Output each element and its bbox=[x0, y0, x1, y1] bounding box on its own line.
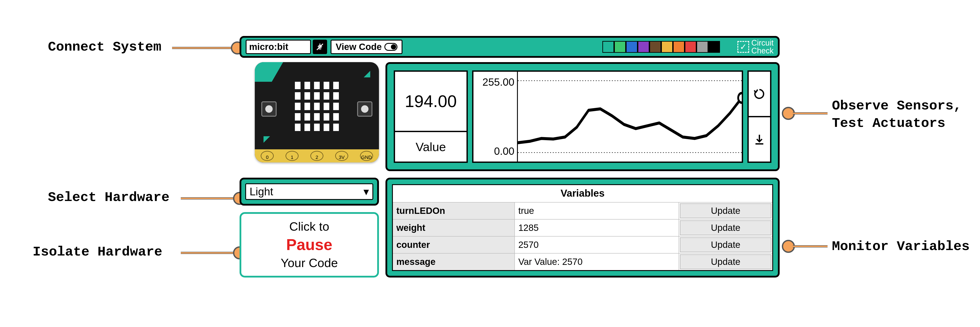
button-a-marker-icon bbox=[264, 136, 270, 143]
hardware-select-panel: Light ▾ bbox=[240, 178, 379, 206]
color-swatch[interactable] bbox=[638, 41, 649, 53]
chevron-down-icon: ▾ bbox=[363, 185, 369, 198]
led-pixel bbox=[324, 82, 329, 89]
variable-name: message bbox=[393, 254, 515, 270]
led-pixel bbox=[324, 124, 329, 131]
update-button[interactable]: Update bbox=[680, 203, 772, 218]
variable-row: messageVar Value: 2570Update bbox=[393, 253, 772, 270]
variable-row: weight1285Update bbox=[393, 219, 772, 236]
pause-line-1: Click to bbox=[289, 219, 329, 234]
button-b-marker-icon bbox=[364, 71, 370, 77]
sensor-value-label: Value bbox=[395, 132, 466, 161]
led-pixel bbox=[314, 113, 320, 121]
device-select[interactable]: micro:bit bbox=[246, 40, 311, 54]
color-swatch[interactable] bbox=[614, 41, 626, 53]
update-button[interactable]: Update bbox=[680, 254, 772, 269]
edge-connector: 0123VGND bbox=[255, 149, 379, 163]
checkmark-icon: ✓ bbox=[737, 41, 749, 53]
button-b[interactable] bbox=[357, 101, 372, 116]
pin-0[interactable]: 0 bbox=[261, 151, 274, 161]
led-pixel bbox=[333, 92, 339, 100]
led-pixel bbox=[314, 92, 320, 100]
led-pixel bbox=[314, 124, 320, 131]
download-chart-button[interactable] bbox=[749, 117, 770, 161]
led-pixel bbox=[324, 92, 329, 100]
pin-1[interactable]: 1 bbox=[285, 151, 299, 161]
led-pixel bbox=[324, 113, 329, 121]
hardware-select[interactable]: Light ▾ bbox=[245, 183, 373, 200]
pin-GND[interactable]: GND bbox=[360, 151, 373, 161]
variable-value-input[interactable]: true bbox=[515, 203, 679, 219]
led-pixel bbox=[295, 92, 301, 100]
color-swatch[interactable] bbox=[708, 41, 720, 53]
view-code-label: View Code bbox=[336, 41, 382, 52]
device-select-value: micro:bit bbox=[249, 41, 288, 52]
color-swatch[interactable] bbox=[673, 41, 685, 53]
y-axis-min: 0.00 bbox=[494, 145, 514, 157]
usb-disconnect-icon[interactable] bbox=[313, 40, 327, 54]
callout-line bbox=[181, 197, 235, 199]
color-swatch[interactable] bbox=[626, 41, 638, 53]
callout-line bbox=[172, 47, 233, 49]
update-button[interactable]: Update bbox=[680, 220, 772, 235]
led-pixel bbox=[333, 82, 339, 89]
variable-value-input[interactable]: Var Value: 2570 bbox=[515, 254, 679, 270]
pause-code-button[interactable]: Click to Pause Your Code bbox=[240, 212, 379, 278]
color-swatch[interactable] bbox=[697, 41, 708, 53]
color-swatch[interactable] bbox=[649, 41, 661, 53]
sensor-panel: 194.00 Value 255.00 0.00 bbox=[385, 62, 780, 171]
color-swatch[interactable] bbox=[661, 41, 673, 53]
chart-plot-area bbox=[517, 72, 742, 161]
led-pixel bbox=[304, 82, 310, 89]
y-axis-max: 255.00 bbox=[482, 76, 514, 88]
svg-point-3 bbox=[738, 93, 742, 103]
sensor-value-box: 194.00 Value bbox=[394, 70, 468, 163]
pin-2[interactable]: 2 bbox=[310, 151, 323, 161]
annotation-observe-1: Observe Sensors, bbox=[832, 98, 961, 113]
logo-text-1: Circuit bbox=[751, 39, 773, 47]
led-pixel bbox=[333, 103, 339, 110]
sensor-value: 194.00 bbox=[395, 72, 466, 132]
variable-name: counter bbox=[393, 236, 515, 253]
led-pixel bbox=[314, 82, 320, 89]
pause-line-2: Your Code bbox=[281, 255, 338, 271]
variables-title: Variables bbox=[393, 185, 772, 202]
led-pixel bbox=[295, 103, 301, 110]
variable-row: turnLEDOntrueUpdate bbox=[393, 202, 772, 219]
color-swatch[interactable] bbox=[685, 41, 697, 53]
led-pixel bbox=[304, 92, 310, 100]
led-pixel bbox=[295, 124, 301, 131]
button-a[interactable] bbox=[261, 101, 277, 116]
toggle-switch-icon bbox=[384, 43, 398, 51]
led-pixel bbox=[314, 103, 320, 110]
led-pixel bbox=[333, 113, 339, 121]
pin-3V[interactable]: 3V bbox=[335, 151, 348, 161]
variable-name: turnLEDOn bbox=[393, 203, 515, 219]
variable-name: weight bbox=[393, 220, 515, 236]
callout-line bbox=[793, 112, 827, 115]
microbit-board-preview: 0123VGND bbox=[240, 62, 379, 171]
led-pixel bbox=[324, 103, 329, 110]
logo-text-2: Check bbox=[751, 47, 773, 55]
update-button[interactable]: Update bbox=[680, 238, 772, 252]
variable-value-input[interactable]: 2570 bbox=[515, 236, 679, 253]
variable-value-input[interactable]: 1285 bbox=[515, 220, 679, 236]
annotation-isolate-hardware: Isolate Hardware bbox=[33, 244, 162, 260]
variables-table: turnLEDOntrueUpdateweight1285Updatecount… bbox=[393, 202, 772, 270]
color-swatch[interactable] bbox=[602, 41, 614, 53]
led-pixel bbox=[295, 82, 301, 89]
annotation-monitor: Monitor Variables bbox=[832, 239, 970, 254]
variables-panel: Variables turnLEDOntrueUpdateweight1285U… bbox=[385, 178, 780, 278]
callout-line bbox=[181, 252, 235, 254]
top-toolbar: micro:bit View Code ✓ Circuit Check bbox=[240, 36, 780, 58]
annotation-connect: Connect System bbox=[48, 39, 161, 55]
color-palette bbox=[602, 41, 720, 53]
led-pixel bbox=[333, 124, 339, 131]
circuit-check-app: micro:bit View Code ✓ Circuit Check bbox=[240, 36, 780, 278]
reset-chart-button[interactable] bbox=[749, 72, 770, 117]
hardware-select-value: Light bbox=[250, 185, 273, 198]
led-pixel bbox=[304, 103, 310, 110]
annotation-select-hardware: Select Hardware bbox=[48, 190, 169, 205]
view-code-toggle[interactable]: View Code bbox=[331, 40, 402, 54]
led-pixel bbox=[304, 113, 310, 121]
